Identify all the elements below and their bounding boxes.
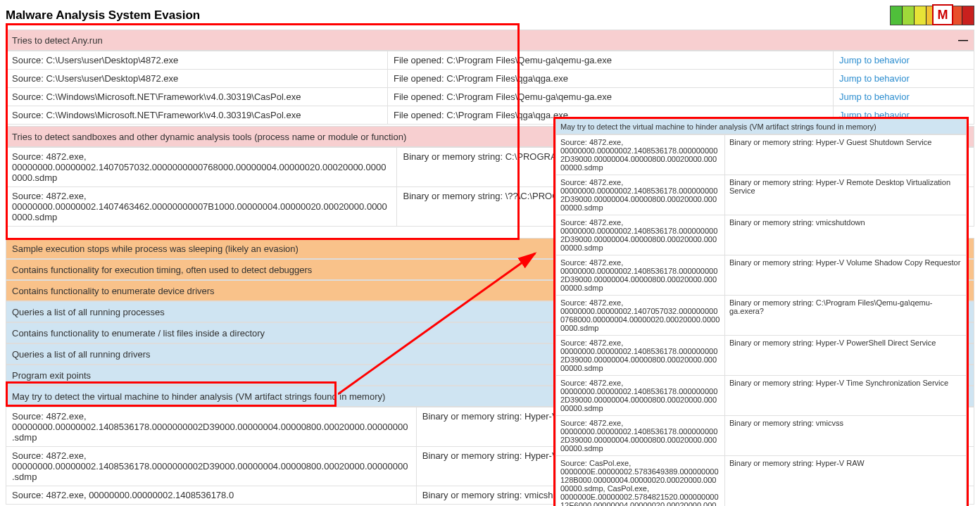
cell-detail: Binary or memory string: Hyper-V Volume …: [725, 255, 967, 296]
table-row: Source: C:\Windows\Microsoft.NET\Framewo…: [6, 88, 974, 106]
float-panel-title: May try to detect the virtual machine to…: [560, 122, 877, 131]
cell-detail: File opened: C:\Program Files\Qemu-ga\qe…: [388, 88, 834, 106]
anyrun-table: Source: C:\Users\user\Desktop\4872.exeFi…: [6, 51, 974, 125]
cell-source: Source: 4872.exe, 00000000.00000002.1407…: [556, 296, 725, 336]
float-panel: May try to detect the virtual machine to…: [553, 117, 969, 506]
cell-source: Source: CasPol.exe, 0000000E.00000002.57…: [556, 456, 725, 507]
orange-item-label: Sample execution stops while process was…: [12, 243, 299, 254]
cell-detail: Binary or memory string: Hyper-V Time Sy…: [725, 376, 967, 416]
cell-source: Source: 4872.exe, 00000000.00000002.1408…: [6, 447, 417, 486]
table-row: Source: C:\Users\user\Desktop\4872.exeFi…: [6, 70, 974, 88]
table-row: Source: 4872.exe, 00000000.00000002.1407…: [556, 296, 967, 336]
section-sandbox-title: Tries to detect sandboxes and other dyna…: [12, 132, 406, 142]
table-row: Source: 4872.exe, 00000000.00000002.1408…: [556, 215, 967, 255]
cell-detail: Binary or memory string: Hyper-V RAW: [725, 456, 967, 507]
float-panel-table: Source: 4872.exe, 00000000.00000002.1408…: [555, 134, 967, 506]
cell-source: Source: 4872.exe, 00000000.00000002.1408…: [556, 215, 725, 255]
cell-source: Source: 4872.exe, 00000000.00000002.1407…: [6, 187, 397, 227]
jump-link[interactable]: Jump to behavior: [839, 73, 910, 84]
cell-source: Source: 4872.exe, 00000000.00000002.1408…: [556, 135, 725, 175]
cell-source: Source: 4872.exe, 00000000.00000002.1408…: [556, 175, 725, 215]
cell-source: Source: 4872.exe, 00000000.00000002.1408…: [556, 416, 725, 456]
jump-link[interactable]: Jump to behavior: [839, 91, 910, 102]
table-row: Source: 4872.exe, 00000000.00000002.1408…: [556, 175, 967, 215]
cell-source: Source: C:\Users\user\Desktop\4872.exe: [6, 51, 388, 70]
cell-detail: File opened: C:\Program Files\qga\qga.ex…: [388, 70, 834, 88]
blue-item-label: Contains functionality to enumerate / li…: [12, 328, 265, 339]
cell-source: Source: 4872.exe, 00000000.00000002.1408…: [556, 255, 725, 296]
cell-detail: File opened: C:\Program Files\Qemu-ga\qe…: [388, 51, 834, 70]
cell-source: Source: 4872.exe, 00000000.00000002.1408…: [6, 486, 417, 505]
cell-source: Source: 4872.exe, 00000000.00000002.1408…: [6, 407, 417, 447]
cell-detail: Binary or memory string: C:\Program File…: [725, 296, 967, 336]
table-row: Source: 4872.exe, 00000000.00000002.1408…: [556, 135, 967, 175]
blue-item-label: Queries a list of all running processes: [12, 307, 165, 317]
cell-source: Source: C:\Users\user\Desktop\4872.exe: [6, 70, 388, 88]
cell-detail: Binary or memory string: vmicvss: [725, 416, 967, 456]
blue-item-label: Queries a list of all running drivers: [12, 349, 151, 360]
table-row: Source: C:\Users\user\Desktop\4872.exeFi…: [6, 51, 974, 70]
table-row: Source: CasPol.exe, 0000000E.00000002.57…: [556, 456, 967, 507]
cell-detail: Binary or memory string: Hyper-V Remote …: [725, 175, 967, 215]
cell-source: Source: 4872.exe, 00000000.00000002.1408…: [556, 336, 725, 376]
table-row: Source: 4872.exe, 00000000.00000002.1408…: [556, 376, 967, 416]
table-row: Source: 4872.exe, 00000000.00000002.1408…: [556, 336, 967, 376]
jump-link[interactable]: Jump to behavior: [839, 55, 910, 65]
orange-item-label: Contains functionality to enumerate devi…: [12, 286, 215, 296]
cell-source: Source: 4872.exe, 00000000.00000002.1407…: [6, 148, 397, 187]
cell-detail: Binary or memory string: Hyper-V Guest S…: [725, 135, 967, 175]
table-row: Source: 4872.exe, 00000000.00000002.1408…: [556, 255, 967, 296]
section-anyrun-header[interactable]: Tries to detect Any.run —: [6, 30, 974, 51]
cell-detail: Binary or memory string: Hyper-V PowerSh…: [725, 336, 967, 376]
cell-detail: Binary or memory string: vmicshutdown: [725, 215, 967, 255]
logo-icon: M: [932, 4, 953, 25]
blue-item-label: Program exit points: [12, 370, 91, 381]
cell-source: Source: C:\Windows\Microsoft.NET\Framewo…: [6, 88, 388, 106]
section-anyrun-title: Tries to detect Any.run: [12, 35, 103, 46]
orange-item-label: Contains functionality for execution tim…: [12, 265, 312, 275]
page-title: Malware Analysis System Evasion: [6, 8, 200, 23]
cell-source: Source: C:\Windows\Microsoft.NET\Framewo…: [6, 106, 388, 125]
section-vmdetect-title: May try to detect the virtual machine to…: [12, 391, 385, 402]
collapse-icon[interactable]: —: [958, 34, 968, 46]
cell-source: Source: 4872.exe, 00000000.00000002.1408…: [556, 376, 725, 416]
table-row: Source: 4872.exe, 00000000.00000002.1408…: [556, 416, 967, 456]
float-panel-header[interactable]: May try to detect the virtual machine to…: [555, 119, 967, 134]
